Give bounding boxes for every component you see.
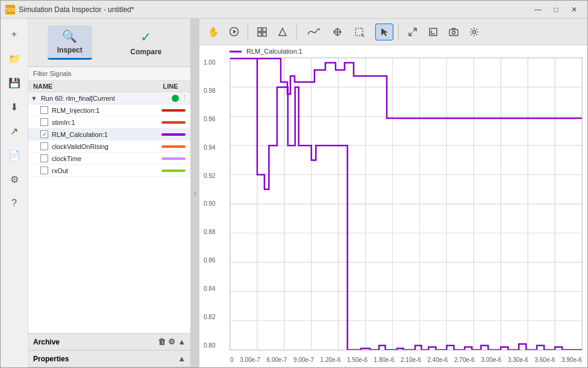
legend-color-bar: [230, 51, 242, 52]
cursor-button[interactable]: [328, 24, 346, 40]
open-button[interactable]: 📁: [4, 48, 25, 69]
panel-bottom: Archive 🗑 ⚙ ▲ Properties ▲: [28, 333, 190, 367]
legend-text: RLM_Calculation:1: [246, 48, 302, 55]
properties-label: Properties: [33, 355, 69, 363]
signal-color-rxout: [161, 170, 186, 172]
camera-button[interactable]: [445, 24, 463, 40]
run-menu-icon[interactable]: ⋮: [181, 94, 188, 102]
signal-checkbox-rlm-calculation[interactable]: [40, 130, 48, 138]
inspect-icon: 🔍: [62, 29, 77, 43]
toolbar-divider-3: [398, 25, 399, 39]
inspect-label: Inspect: [57, 46, 83, 54]
signal-row-clockvalidonrising[interactable]: clockValidOnRising: [28, 141, 190, 153]
signal-checkbox-stimin[interactable]: [40, 118, 48, 126]
x-label-2: 6.00e-7: [267, 357, 287, 363]
sidebar-icons: + 📁 💾 ⬇ ↗ 📄 ⚙ ?: [1, 19, 28, 367]
signal-list-header: NAME LINE: [28, 81, 190, 92]
run-label: Run 60: rlm_final[Current: [41, 95, 169, 102]
archive-settings-icon[interactable]: ⚙: [168, 337, 175, 346]
y-label-3: 0.94: [204, 144, 215, 151]
signal-checkbox-clockvalidonrising[interactable]: [40, 142, 48, 150]
archive-expand-icon[interactable]: ▲: [178, 337, 186, 346]
main-window: SDI Simulation Data Inspector - untitled…: [0, 0, 588, 368]
svg-rect-5: [263, 33, 266, 36]
maximize-button[interactable]: □: [548, 3, 565, 16]
minimize-button[interactable]: —: [530, 3, 546, 16]
panel-tabs: 🔍 Inspect ✓ Compare: [28, 19, 190, 67]
chart-container: RLM_Calculation:1 1.00 0.98 0.96 0.94 0.…: [199, 45, 587, 367]
toolbar-divider-2: [296, 25, 297, 39]
help-button[interactable]: ?: [4, 192, 25, 214]
pan-tool-button[interactable]: ✋: [204, 24, 222, 40]
close-button[interactable]: ✕: [566, 3, 583, 16]
signal-checkbox-clocktime[interactable]: [40, 154, 48, 162]
signal-color-stimin: [161, 121, 186, 124]
tab-inspect[interactable]: 🔍 Inspect: [48, 25, 92, 60]
y-label-0: 1.00: [204, 59, 215, 66]
y-label-10: 0.80: [204, 342, 215, 349]
svg-rect-16: [430, 28, 437, 36]
expand-button[interactable]: [404, 24, 422, 40]
y-label-2: 0.96: [204, 116, 215, 122]
share-button[interactable]: ↗: [4, 120, 25, 142]
signal-row-rlm-calculation[interactable]: RLM_Calculation:1: [28, 128, 190, 141]
download-button[interactable]: ⬇: [4, 96, 25, 118]
layout-button[interactable]: [253, 24, 271, 40]
signal-checkbox-rlm-injection[interactable]: [40, 106, 48, 114]
x-label-4: 1.20e-6: [321, 357, 341, 363]
y-label-8: 0.84: [204, 285, 215, 292]
tab-compare[interactable]: ✓ Compare: [120, 26, 171, 60]
x-label-8: 2.40e-6: [428, 357, 448, 363]
chart-settings-button[interactable]: [465, 24, 483, 40]
x-label-7: 2.10e-6: [401, 357, 421, 363]
y-label-6: 0.88: [204, 229, 215, 235]
signal-checkbox-rxout[interactable]: [40, 167, 48, 174]
archive-delete-icon[interactable]: 🗑: [158, 337, 166, 346]
archive-section[interactable]: Archive 🗑 ⚙ ▲: [28, 334, 190, 351]
zoom-rect-button[interactable]: [349, 24, 373, 40]
new-button[interactable]: +: [4, 24, 25, 45]
x-label-3: 9.00e-7: [293, 357, 314, 363]
filter-bar: Filter Signals: [28, 67, 190, 81]
y-label-7: 0.86: [204, 257, 215, 264]
collapse-button[interactable]: ‹: [191, 19, 199, 367]
svg-marker-6: [279, 28, 286, 36]
chart-plot[interactable]: 1.00 0.98 0.96 0.94 0.92 0.90 0.88 0.86 …: [230, 57, 583, 351]
signal-color-clockvalidonrising: [161, 145, 186, 148]
window-title: Simulation Data Inspector - untitled*: [19, 5, 134, 14]
x-label-1: 3.00e-7: [240, 357, 260, 363]
y-label-5: 0.90: [204, 200, 215, 207]
doc-button[interactable]: 📄: [4, 144, 25, 166]
x-label-11: 3.30e-6: [508, 357, 528, 363]
settings-button[interactable]: ⚙: [4, 168, 25, 190]
titlebar-controls: — □ ✕: [530, 3, 583, 16]
x-axis: 0 3.00e-7 6.00e-7 9.00e-7 1.20e-6 1.50e-…: [230, 355, 582, 364]
svg-rect-3: [263, 28, 266, 31]
highlight-button[interactable]: [274, 24, 292, 40]
svg-marker-1: [233, 30, 236, 34]
app-icon: SDI: [5, 5, 15, 14]
play-button[interactable]: [225, 24, 243, 40]
signal-color-rlm-calculation: [161, 133, 186, 136]
x-label-9: 2.70e-6: [454, 357, 475, 363]
chart-svg: [230, 58, 582, 350]
signal-name-rlm-calculation: RLM_Calculation:1: [52, 131, 158, 138]
filter-label: Filter Signals: [33, 70, 72, 77]
select-button[interactable]: [375, 24, 393, 40]
properties-expand-icon[interactable]: ▲: [178, 354, 186, 363]
svg-rect-17: [449, 30, 458, 36]
chart-area: ✋: [199, 19, 587, 367]
signal-row-rxout[interactable]: rxOut: [28, 165, 190, 177]
signal-row-rlm-injection[interactable]: RLM_Injection:1: [28, 104, 190, 116]
toolbar-divider-1: [248, 25, 248, 39]
signal-name-rxout: rxOut: [52, 167, 158, 174]
properties-section[interactable]: Properties ▲: [28, 351, 190, 367]
fit-button[interactable]: [424, 24, 442, 40]
run-status-dot: [172, 95, 179, 102]
run-row[interactable]: ▼ Run 60: rlm_final[Current ⋮: [28, 92, 190, 104]
signal-row-clocktime[interactable]: clockTime: [28, 153, 190, 165]
signal-stats-button[interactable]: [302, 24, 326, 40]
save-button[interactable]: 💾: [4, 72, 25, 94]
signal-row-stimin[interactable]: stimIn:1: [28, 116, 190, 128]
titlebar-left: SDI Simulation Data Inspector - untitled…: [5, 5, 134, 14]
